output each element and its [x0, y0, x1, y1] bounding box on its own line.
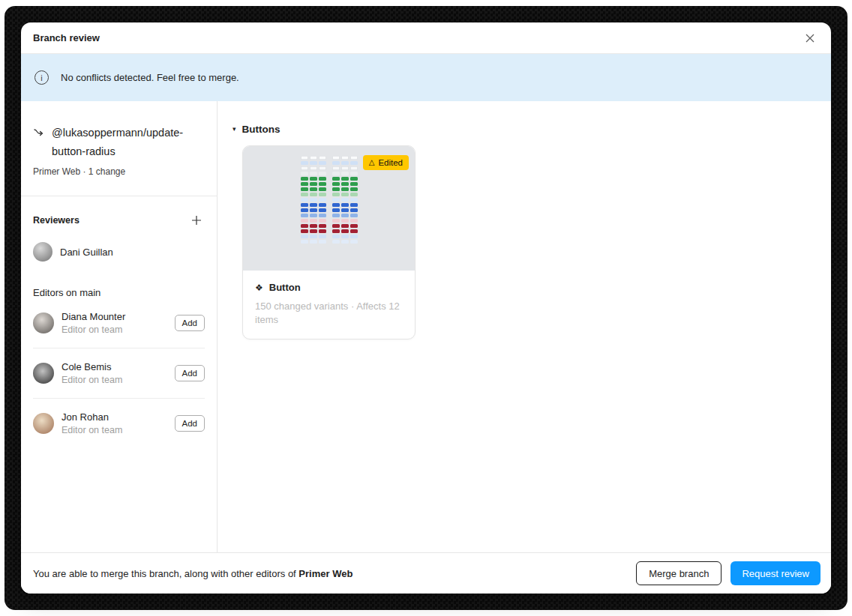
avatar: [33, 312, 54, 333]
branch-name: @lukasoppermann/update-button-radius: [52, 124, 188, 161]
section-label: Buttons: [242, 124, 280, 135]
footer-message-prefix: You are able to merge this branch, along…: [33, 568, 298, 579]
component-preview: △ Edited: [243, 146, 415, 271]
branch-row: @lukasoppermann/update-button-radius: [33, 124, 205, 161]
component-meta: 150 changed variants · Affects 12 items: [255, 300, 403, 327]
sidebar-divider: [21, 196, 217, 196]
editor-role: Editor on team: [62, 324, 125, 335]
editor-role: Editor on team: [62, 425, 122, 435]
component-name: Button: [269, 282, 301, 293]
reviewers-header: Reviewers: [33, 212, 205, 229]
editors-heading: Editors on main: [33, 287, 205, 298]
editor-row: Jon Rohan Editor on team Add: [33, 399, 205, 448]
info-icon: i: [34, 70, 49, 85]
editor-name: Diana Mounter: [62, 311, 125, 322]
editor-role: Editor on team: [62, 375, 122, 385]
card-footer: ❖ Button 150 changed variants · Affects …: [243, 271, 415, 339]
close-icon[interactable]: [801, 29, 819, 47]
editor-text: Diana Mounter Editor on team: [62, 311, 125, 335]
dialog-content: @lukasoppermann/update-button-radius Pri…: [21, 101, 831, 552]
avatar: [33, 242, 52, 262]
editor-row: Diana Mounter Editor on team Add: [33, 298, 205, 348]
add-reviewer-button[interactable]: Add: [175, 315, 205, 331]
reviewer-row: Dani Guillan: [33, 242, 205, 262]
dialog-header: Branch review: [21, 22, 831, 54]
info-banner: i No conflicts detected. Feel free to me…: [21, 54, 831, 101]
dialog-footer: You are able to merge this branch, along…: [21, 552, 831, 594]
warning-triangle-icon: △: [369, 159, 375, 166]
banner-text: No conflicts detected. Feel free to merg…: [61, 72, 239, 83]
avatar: [33, 363, 54, 384]
footer-project-name: Primer Web: [298, 568, 352, 579]
reviewers-heading: Reviewers: [33, 215, 80, 226]
branch-arrow-icon: [33, 127, 45, 161]
plus-icon[interactable]: [188, 212, 205, 229]
merge-branch-button[interactable]: Merge branch: [636, 561, 722, 585]
avatar: [33, 413, 54, 434]
add-reviewer-button[interactable]: Add: [175, 415, 205, 432]
screenshot-stage: Branch review i No conflicts detected. F…: [0, 0, 852, 616]
component-icon: ❖: [255, 283, 263, 292]
component-change-card[interactable]: △ Edited ❖ Button 150 changed variants ·…: [242, 145, 416, 339]
edited-badge: △ Edited: [363, 155, 409, 170]
editor-name: Cole Bemis: [62, 361, 122, 372]
component-title-row: ❖ Button: [255, 282, 403, 293]
branch-review-dialog: Branch review i No conflicts detected. F…: [21, 22, 831, 594]
editor-row: Cole Bemis Editor on team Add: [33, 348, 205, 399]
branch-meta: Primer Web · 1 change: [33, 166, 205, 177]
reviewer-name: Dani Guillan: [60, 247, 113, 258]
editor-text: Jon Rohan Editor on team: [62, 411, 122, 435]
edited-badge-label: Edited: [378, 158, 403, 167]
sidebar: @lukasoppermann/update-button-radius Pri…: [21, 101, 218, 552]
chevron-down-icon: ▾: [232, 126, 236, 133]
editor-name: Jon Rohan: [62, 411, 122, 423]
section-buttons[interactable]: ▾ Buttons: [232, 124, 831, 135]
footer-actions: Merge branch Request review: [636, 561, 820, 585]
changes-panel: ▾ Buttons △ Edited ❖ Button: [218, 101, 831, 552]
add-reviewer-button[interactable]: Add: [175, 365, 205, 381]
editor-text: Cole Bemis Editor on team: [62, 361, 122, 385]
request-review-button[interactable]: Request review: [730, 561, 820, 585]
dialog-title: Branch review: [33, 32, 100, 43]
footer-message: You are able to merge this branch, along…: [33, 568, 352, 579]
button-variants-grid: [301, 156, 358, 271]
